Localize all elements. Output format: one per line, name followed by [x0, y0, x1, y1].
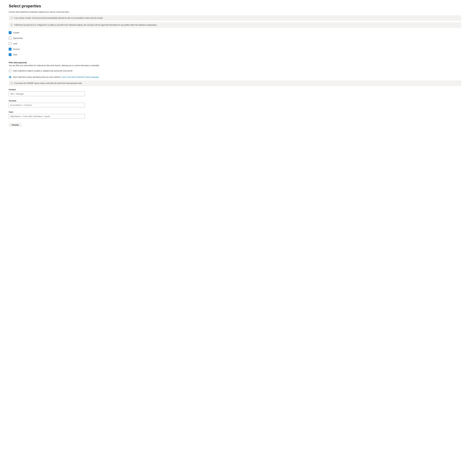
checkbox[interactable] [9, 48, 12, 51]
query-section-contact: Contact [9, 88, 461, 96]
query-input-case[interactable] [9, 114, 85, 119]
radio[interactable] [9, 69, 12, 72]
checkbox-label: Opportunity [13, 37, 23, 39]
info-banner-where: i If you leave the 'WHERE' clause empty,… [9, 80, 461, 86]
query-label: Case [9, 111, 461, 113]
checkbox-label: Account [13, 48, 20, 50]
checkbox-label: Contact [13, 32, 19, 34]
query-input-contact[interactable] [9, 92, 85, 96]
radio-label-text: Enter Salesforce query specifying what y… [13, 76, 62, 78]
info-icon: i [11, 82, 13, 84]
checkbox-label: Lead [13, 43, 17, 45]
checkbox-label: Case [13, 53, 17, 56]
checkbox-row-account[interactable]: Account [9, 48, 461, 51]
radio-label: Index Salesforce objects created or upda… [13, 70, 72, 72]
learn-more-link[interactable]: Learn more about Salesforce query langua… [62, 76, 99, 78]
checkbox[interactable] [9, 31, 12, 34]
checkbox-row-contact[interactable]: Contact [9, 31, 461, 34]
query-section-case: Case [9, 111, 461, 119]
properties-checkbox-list: Contact Opportunity Lead Account Case [9, 31, 461, 56]
info-banner-fls-text: If field level security (FLS) is configu… [14, 24, 157, 26]
query-input-account[interactable] [9, 103, 85, 107]
info-banner-contact-text: If you choose 'contact,' the account wil… [14, 17, 103, 19]
checkbox-row-case[interactable]: Case [9, 53, 461, 56]
query-section-account: Account [9, 100, 461, 107]
info-banner-where-text: If you leave the 'WHERE' clause empty, i… [14, 82, 82, 85]
radio[interactable] [9, 76, 12, 78]
filter-radio-list: Index Salesforce objects created or upda… [9, 69, 461, 78]
query-label: Contact [9, 88, 461, 90]
radio-dot-icon [9, 76, 11, 78]
radio-row-query[interactable]: Enter Salesforce query specifying what y… [9, 76, 461, 78]
checkbox-row-opportunity[interactable]: Opportunity [9, 37, 461, 39]
radio-row-time-period[interactable]: Index Salesforce objects created or upda… [9, 69, 461, 72]
page-title: Select properties [9, 4, 461, 8]
checkbox[interactable] [9, 53, 12, 56]
checkmark-icon [9, 54, 11, 55]
checkbox[interactable] [9, 42, 12, 45]
info-icon: i [11, 24, 13, 26]
checkbox[interactable] [9, 37, 12, 39]
filter-heading: Filter data (optional) [9, 62, 461, 64]
preview-button[interactable]: Preview [9, 123, 22, 127]
filter-description: You can filter your data before it's ind… [9, 64, 461, 67]
checkbox-row-lead[interactable]: Lead [9, 42, 461, 45]
query-label: Account [9, 100, 461, 102]
radio-label: Enter Salesforce query specifying what y… [13, 76, 99, 78]
checkmark-icon [9, 32, 11, 34]
page-subtitle: Choose what Salesforce properties (objec… [9, 11, 461, 13]
checkmark-icon [9, 48, 11, 50]
info-banner-fls: i If field level security (FLS) is confi… [9, 22, 461, 28]
info-banner-contact: i If you choose 'contact,' the account w… [9, 15, 461, 21]
info-icon: i [11, 17, 13, 19]
